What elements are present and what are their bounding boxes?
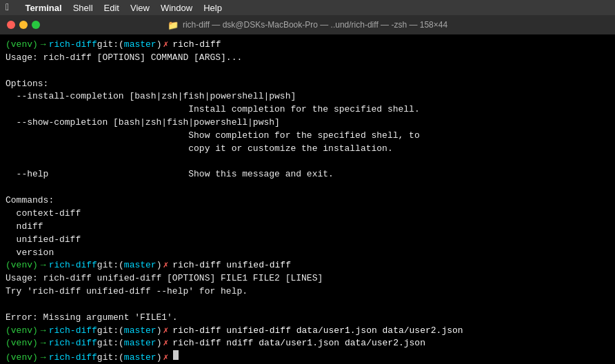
prompt-git: git:( xyxy=(97,352,124,364)
titlebar: 📁 rich-diff — dsk@DSKs-MacBook-Pro — ..u… xyxy=(0,15,615,34)
prompt-git: git:( xyxy=(97,325,124,338)
prompt-line-4: (venv) → rich-diff git:( master ) ✗ rich… xyxy=(6,337,609,350)
output-line: copy it or customize the installation. xyxy=(6,143,609,156)
menu-window[interactable]: Window xyxy=(161,3,192,13)
prompt-branch: master xyxy=(124,352,157,364)
prompt-line-2: (venv) → rich-diff git:( master ) ✗ rich… xyxy=(6,259,609,272)
prompt-env: (venv) xyxy=(6,352,38,364)
prompt-x: ✗ xyxy=(163,259,168,272)
blank-line xyxy=(6,181,609,194)
output-line: unified-diff xyxy=(6,234,609,247)
prompt-repo: rich-diff xyxy=(49,352,97,364)
prompt-paren: ) xyxy=(157,39,162,52)
prompt-x: ✗ xyxy=(163,337,168,350)
output-line: --help Show this message and exit. xyxy=(6,168,609,181)
output-line: --show-completion [bash|zsh|fish|powersh… xyxy=(6,117,609,130)
prompt-line-3: (venv) → rich-diff git:( master ) ✗ rich… xyxy=(6,325,609,338)
prompt-git: git:( xyxy=(97,259,124,272)
minimize-button[interactable] xyxy=(19,21,28,29)
prompt-line-5: (venv) → rich-diff git:( master ) ✗ xyxy=(6,350,609,364)
prompt-repo: rich-diff xyxy=(49,337,97,350)
prompt-x: ✗ xyxy=(163,39,168,52)
prompt-arrow: → xyxy=(41,259,46,272)
output-line: Usage: rich-diff [OPTIONS] COMMAND [ARGS… xyxy=(6,52,609,65)
menu-terminal[interactable]: Terminal xyxy=(25,3,61,13)
prompt-cmd: rich-diff unified-diff data/user1.json d… xyxy=(172,325,463,338)
prompt-arrow: → xyxy=(41,39,46,52)
prompt-cmd: rich-diff unified-diff xyxy=(172,259,291,272)
prompt-paren: ) xyxy=(157,325,162,338)
output-line: --install-completion [bash|zsh|fish|powe… xyxy=(6,90,609,103)
traffic-lights xyxy=(7,21,40,29)
output-line: Install completion for the specified she… xyxy=(6,103,609,117)
output-line: Commands: xyxy=(6,194,609,208)
prompt-branch: master xyxy=(124,39,157,52)
terminal-cursor xyxy=(173,350,179,360)
prompt-arrow: → xyxy=(41,325,46,338)
prompt-branch: master xyxy=(124,259,157,272)
prompt-env: (venv) xyxy=(6,259,38,272)
output-line: Try 'rich-diff unified-diff --help' for … xyxy=(6,285,609,299)
prompt-git: git:( xyxy=(97,39,124,52)
menu-help[interactable]: Help xyxy=(203,3,222,13)
apple-menu[interactable]:  xyxy=(6,2,11,13)
output-line: Usage: rich-diff unified-diff [OPTIONS] … xyxy=(6,272,609,285)
prompt-arrow: → xyxy=(41,352,46,364)
output-line: version xyxy=(6,247,609,260)
menu-shell[interactable]: Shell xyxy=(73,3,93,13)
prompt-paren: ) xyxy=(157,337,162,350)
output-line: Error: Missing argument 'FILE1'. xyxy=(6,312,609,325)
prompt-x: ✗ xyxy=(163,325,168,338)
output-line: context-diff xyxy=(6,208,609,221)
output-line: ndiff xyxy=(6,221,609,234)
blank-line xyxy=(6,156,609,169)
prompt-cmd: rich-diff ndiff data/user1.json data/use… xyxy=(172,337,425,350)
prompt-env: (venv) xyxy=(6,325,38,338)
prompt-paren: ) xyxy=(157,259,162,272)
maximize-button[interactable] xyxy=(32,21,40,29)
output-line: Options: xyxy=(6,78,609,91)
menu-edit[interactable]: Edit xyxy=(104,3,119,13)
prompt-env: (venv) xyxy=(6,337,38,350)
prompt-line-1: (venv) → rich-diff git:( master ) ✗ rich… xyxy=(6,39,609,52)
menubar:  Terminal Shell Edit View Window Help xyxy=(0,0,615,15)
prompt-env: (venv) xyxy=(6,39,38,52)
window-title: 📁 rich-diff — dsk@DSKs-MacBook-Pro — ..u… xyxy=(168,20,447,30)
prompt-branch: master xyxy=(124,325,157,338)
prompt-arrow: → xyxy=(41,337,46,350)
blank-line xyxy=(6,65,609,78)
title-label: rich-diff — dsk@DSKs-MacBook-Pro — ..und… xyxy=(183,20,447,30)
prompt-branch: master xyxy=(124,337,157,350)
blank-line xyxy=(6,299,609,312)
menu-view[interactable]: View xyxy=(130,3,150,13)
prompt-repo: rich-diff xyxy=(49,39,97,52)
output-line: Show completion for the specified shell,… xyxy=(6,130,609,143)
terminal-content[interactable]: (venv) → rich-diff git:( master ) ✗ rich… xyxy=(0,34,615,364)
prompt-x: ✗ xyxy=(163,352,168,364)
close-button[interactable] xyxy=(7,21,15,29)
folder-icon: 📁 xyxy=(168,20,179,30)
prompt-repo: rich-diff xyxy=(49,259,97,272)
prompt-paren: ) xyxy=(157,352,162,364)
prompt-cmd: rich-diff xyxy=(172,39,221,52)
prompt-repo: rich-diff xyxy=(49,325,97,338)
prompt-git: git:( xyxy=(97,337,124,350)
